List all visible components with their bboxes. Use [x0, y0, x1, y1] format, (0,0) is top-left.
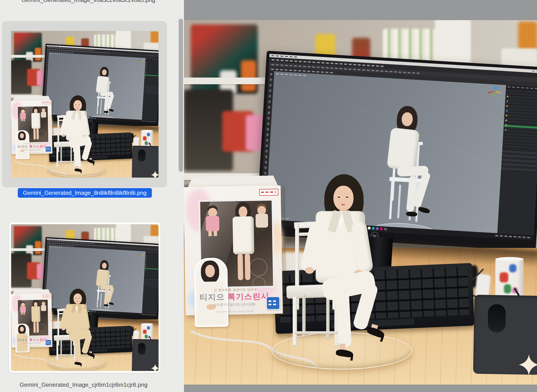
- high-heel-right: [87, 352, 98, 360]
- mouse: [488, 304, 506, 333]
- box-subtitle: 난으로거드팀이징 (성식()병): [17, 149, 47, 151]
- box-maker-logo: [259, 189, 278, 196]
- high-heel-right: [365, 325, 392, 344]
- panel-scrollbar[interactable]: [179, 19, 183, 172]
- figure-product-box: 간 즉수두와 묘관너도 단도수 티지으 록기스린시 난으로거드팀이징 (성식()…: [11, 96, 54, 154]
- outliner-selected-row: [145, 75, 159, 76]
- high-heel-right: [87, 158, 98, 166]
- box-front: 간 즉수두와 묘관너도 단도수 티지으 록기스린시 난으로거드팀이징 (성식()…: [11, 293, 52, 348]
- box-front: 간 즉수두와 묘관너도 단도수 티지으 록기스린시 난으로거드팀이징 (성식()…: [184, 185, 283, 315]
- figure-product-box: 간 즉수두와 묘관너도 단도수 티지으 록기스린시 난으로거드팀이징 (성식()…: [184, 175, 287, 316]
- gemini-sparkle-icon: [519, 354, 537, 376]
- gemini-sparkle-icon: [151, 170, 159, 178]
- box-maker-logo: [42, 101, 51, 104]
- box-title: 티지으 록기스린시: [190, 291, 279, 303]
- box-brand-logo: [46, 340, 51, 345]
- axis-gizmo-icon: [137, 59, 144, 64]
- photo-scene: hp: [184, 20, 537, 385]
- figurine-woman: [51, 288, 109, 368]
- high-heel-left: [74, 361, 84, 367]
- box-footer-text: 새서 가츠카 마카미카 거라미도 6또 6쪽: [18, 345, 47, 347]
- box-subtitle: 난으로거드팀이징 (성식()병): [198, 302, 270, 307]
- high-heel-left: [74, 168, 84, 174]
- thumbnail-next-image[interactable]: hp: [11, 224, 159, 371]
- file-browser-panel: Gemini_Generated_Image_v0a3c2v0a3c2v0a3.…: [0, 0, 184, 392]
- file-name-selected[interactable]: Gemini_Generated_Image_8n8ikf8n8ikf8n8i.…: [18, 188, 152, 198]
- box-footer-text: 새서 가츠카 마카미카 거라미도 6또 6쪽: [18, 152, 47, 154]
- chibi-figure-left: [204, 206, 221, 237]
- box-maker-logo: [42, 295, 51, 298]
- gemini-sparkle-icon: [151, 364, 159, 371]
- outliner-selected-row: [504, 125, 537, 129]
- finder-gallery-window: Gemini_Generated_Image_v0a3c2v0a3c2v0a3.…: [0, 0, 537, 392]
- preview-matte-bottom: [184, 385, 537, 392]
- file-name-next[interactable]: Gemini_Generated_Image_cjr6m1cjr6m1cjr6.…: [0, 381, 167, 388]
- thumbnail-selected-image[interactable]: hp: [11, 31, 159, 178]
- outliner-selected-row: [145, 268, 159, 270]
- axis-gizmo-icon: [487, 86, 503, 100]
- chibi-figure-left: [19, 109, 27, 121]
- photo-scene: hp: [11, 224, 159, 371]
- box-brand-logo: [46, 146, 51, 152]
- box-title: 티지으 록기스린시: [14, 144, 51, 149]
- file-name-previous[interactable]: Gemini_Generated_Image_v0a3c2v0a3c2v0a3.…: [0, 0, 177, 3]
- chibi-figure-left: [19, 302, 27, 315]
- mouse: [138, 343, 146, 355]
- preview-image[interactable]: hp: [184, 20, 537, 385]
- mouse: [138, 150, 146, 162]
- figurine: [51, 288, 109, 368]
- axis-gizmo-icon: [137, 252, 144, 258]
- figurine-woman: [51, 95, 109, 174]
- preview-matte-top: [184, 0, 537, 20]
- box-title: 티지으 록기스린시: [14, 337, 51, 343]
- preview-pane: hp: [184, 0, 537, 392]
- box-front: 간 즉수두와 묘관너도 단도수 티지으 록기스린시 난으로거드팀이징 (성식()…: [11, 100, 52, 154]
- photo-scene: hp: [11, 31, 159, 178]
- box-brand-logo: [266, 297, 280, 310]
- figurine-woman: [279, 172, 418, 364]
- figure-product-box: 간 즉수두와 묘관너도 단도수 티지으 록기스린시 난으로거드팀이징 (성식()…: [11, 289, 54, 348]
- high-heel-left: [335, 347, 359, 362]
- box-subtitle: 난으로거드팀이징 (성식()병): [17, 342, 47, 344]
- figurine: [51, 95, 109, 174]
- figurine: [279, 172, 418, 364]
